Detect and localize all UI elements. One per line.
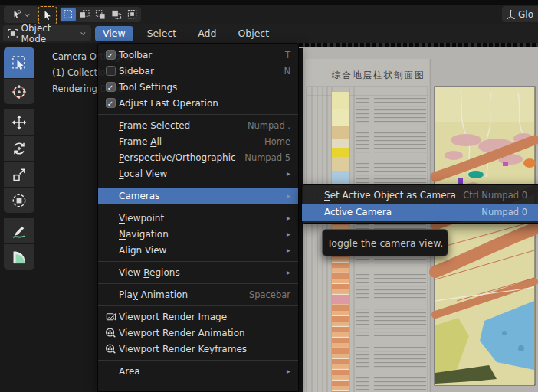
menu-item-tool-settings[interactable]: ✓Tool Settings: [98, 79, 298, 95]
menu-separator: [98, 207, 298, 207]
submenu-arrow-icon: ▸: [287, 191, 290, 200]
axes-icon: [506, 9, 516, 19]
tool-cursor-button[interactable]: [4, 79, 34, 104]
tool-fallback-dropdown[interactable]: [4, 6, 38, 23]
menu-shortcut: Spacebar: [249, 289, 290, 300]
cursor-tool-icon: [11, 9, 22, 20]
menu-item-label: Cameras: [119, 191, 287, 201]
view-menu-dropdown: ✓ToolbarTSidebarN✓Tool Settings✓Adjust L…: [97, 43, 299, 392]
select-cursor-icon: [42, 10, 53, 21]
menu-item-navigation[interactable]: Navigation▸: [98, 226, 298, 242]
menu-object[interactable]: Object: [230, 26, 277, 41]
cursor-icon: [11, 84, 27, 100]
menu-shortcut: Numpad 0: [481, 207, 527, 217]
render-image-icon: [102, 311, 119, 322]
menu-separator: [98, 360, 298, 361]
select-mode-invert-button[interactable]: [109, 8, 124, 21]
select-mode-subtract-button[interactable]: [93, 8, 108, 21]
render-animation-icon: [102, 327, 119, 338]
tool-rotate-button[interactable]: [4, 136, 34, 161]
header-menus: View Select Add Object: [95, 26, 277, 41]
menu-item-label: View Regions: [119, 267, 287, 278]
menu-item-label: Frame All: [119, 136, 264, 147]
menu-item-label: Tool Settings: [119, 82, 290, 93]
select-box-icon: [11, 55, 27, 70]
menu-item-viewport-render-image[interactable]: Viewport Render Image: [98, 309, 298, 325]
cameras-submenu: Set Active Object as CameraCtrl Numpad 0…: [301, 184, 538, 224]
menu-item-sidebar[interactable]: SidebarN: [98, 63, 298, 79]
tool-select-box-button[interactable]: [4, 47, 34, 78]
tool-transform-button[interactable]: [4, 188, 34, 213]
menu-item-viewport-render-animation[interactable]: Viewport Render Animation: [98, 325, 298, 341]
document-title: 综合地层柱状剖面图: [331, 70, 425, 80]
menu-item-frame-all[interactable]: Frame AllHome: [98, 133, 298, 149]
menu-item-label: Perspective/Orthographic: [119, 152, 244, 163]
checkbox-checked-icon: ✓: [102, 98, 119, 108]
menu-item-active-camera[interactable]: Active CameraNumpad 0: [302, 204, 538, 220]
menu-item-frame-selected[interactable]: Frame SelectedNumpad .: [98, 117, 298, 133]
menu-item-label: Navigation: [119, 229, 287, 240]
transform-orientation-dropdown[interactable]: Glo: [502, 6, 538, 22]
geological-map: [435, 87, 536, 385]
menu-item-view-regions[interactable]: View Regions▸: [98, 264, 298, 280]
menu-shortcut: Numpad .: [248, 120, 290, 131]
measure-icon: [11, 250, 27, 265]
checkbox-unchecked-icon: [102, 66, 119, 76]
select-mode-extend-icon: [79, 9, 90, 20]
tool-scale-button[interactable]: [4, 162, 34, 187]
mode-label: Object Mode: [21, 23, 77, 44]
annotate-icon: [11, 224, 27, 239]
select-mode-extend-button[interactable]: [77, 8, 92, 21]
menu-item-local-view[interactable]: Local View▸: [98, 165, 298, 181]
menu-item-set-active-object-as-camera[interactable]: Set Active Object as CameraCtrl Numpad 0: [302, 187, 538, 204]
scale-icon: [11, 167, 27, 182]
select-mode-group: [60, 7, 141, 22]
tooltip-text: Toggle the camera view.: [327, 237, 443, 249]
menu-shortcut: Home: [264, 136, 290, 147]
submenu-arrow-icon: ▸: [287, 367, 290, 375]
menu-item-adjust-last-operation[interactable]: ✓Adjust Last Operation: [98, 95, 298, 111]
menu-item-cameras[interactable]: Cameras▸: [98, 188, 298, 204]
menu-separator: [98, 114, 298, 115]
menu-item-label: Adjust Last Operation: [119, 98, 290, 109]
select-mode-set-button[interactable]: [61, 8, 76, 21]
menu-item-label: Active Camera: [324, 207, 481, 217]
submenu-arrow-icon: ▸: [287, 268, 290, 276]
menu-item-toolbar[interactable]: ✓ToolbarT: [98, 47, 298, 63]
menu-item-label: Viewpoint: [119, 213, 287, 224]
tool-annotate-button[interactable]: [4, 218, 34, 243]
menu-shortcut: Numpad 5: [244, 152, 290, 163]
rotate-icon: [11, 141, 27, 156]
select-mode-set-icon: [63, 9, 74, 20]
select-mode-subtract-icon: [95, 9, 106, 20]
menu-item-viewpoint[interactable]: Viewpoint▸: [98, 210, 298, 226]
menu-add[interactable]: Add: [190, 26, 224, 41]
tool-measure-button[interactable]: [4, 244, 34, 270]
submenu-arrow-icon: ▸: [287, 230, 290, 238]
chevron-down-icon: [80, 30, 87, 37]
submenu-arrow-icon: ▸: [287, 169, 290, 178]
menu-view[interactable]: View: [95, 26, 133, 41]
mode-dropdown[interactable]: Object Mode: [3, 25, 91, 41]
menu-item-viewport-render-keyframes[interactable]: Viewport Render Keyframes: [98, 341, 298, 357]
menu-item-label: Viewport Render Image: [119, 312, 290, 322]
menu-item-perspective-orthographic[interactable]: Perspective/OrthographicNumpad 5: [98, 149, 298, 165]
checkbox-checked-icon: ✓: [102, 82, 119, 92]
select-mode-intersect-button[interactable]: [125, 8, 140, 21]
menu-item-align-view[interactable]: Align View▸: [98, 242, 298, 258]
active-tool-indicator[interactable]: [38, 6, 57, 24]
menu-item-area[interactable]: Area▸: [98, 363, 298, 379]
tool-move-button[interactable]: [4, 109, 34, 135]
menu-item-label: Viewport Render Keyframes: [119, 344, 290, 354]
menu-item-play-animation[interactable]: Play AnimationSpacebar: [98, 286, 298, 302]
object-mode-icon: [8, 28, 18, 39]
menu-select[interactable]: Select: [139, 26, 185, 41]
menu-item-label: Sidebar: [119, 66, 284, 77]
menu-shortcut: N: [284, 66, 290, 77]
select-mode-invert-icon: [111, 9, 122, 20]
submenu-arrow-icon: ▸: [287, 246, 290, 254]
transform-icon: [11, 193, 27, 208]
menu-separator: [98, 283, 298, 284]
chevron-down-icon: [24, 11, 31, 18]
tool-sidebar: [4, 47, 34, 275]
